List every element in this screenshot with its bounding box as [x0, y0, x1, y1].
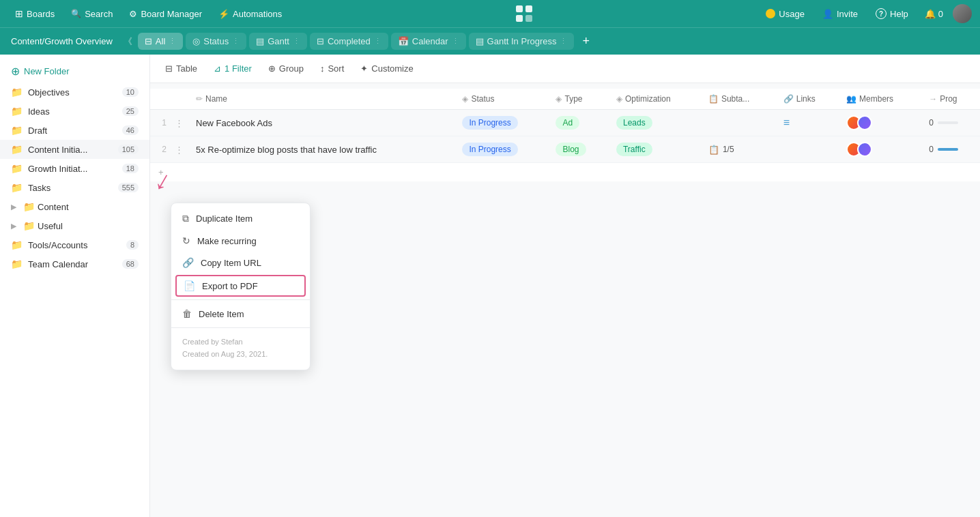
search-nav-item[interactable]: 🔍 Search [64, 5, 119, 23]
tab-gantt-inprogress-sep: ⋮ [560, 37, 567, 46]
tab-calendar-sep: ⋮ [452, 37, 459, 46]
avatar[interactable] [953, 4, 972, 23]
row-subtasks-cell [700, 110, 775, 136]
help-button[interactable]: ? Help [869, 5, 915, 23]
folder-icon: 📁 [11, 125, 23, 136]
ctx-item-export-pdf[interactable]: 📄 Export to PDF [175, 275, 306, 297]
sidebar-item-label: Growth Initiat... [28, 164, 87, 174]
group-label: Group [279, 63, 304, 74]
row-subtasks-cell: 📋 1/5 [700, 136, 775, 163]
search-icon: 🔍 [71, 9, 81, 18]
add-row[interactable]: + [150, 163, 980, 182]
tab-calendar[interactable]: 📅 Calendar ⋮ [391, 33, 466, 50]
automations-nav-item[interactable]: ⚡ Automations [212, 5, 289, 23]
notifications-count: 0 [938, 9, 943, 19]
ctx-item-delete[interactable]: 🗑 Delete Item [171, 303, 310, 325]
sidebar-item-draft[interactable]: 📁 Draft 46 [0, 121, 149, 140]
ideas-badge: 25 [122, 106, 139, 116]
ctx-item-recurring[interactable]: ↻ Make recurring [171, 230, 310, 252]
row-optimization-cell: Traffic [608, 136, 700, 163]
member-avatars [846, 115, 912, 130]
row-optimization-cell: Leads [608, 110, 700, 136]
row-type-cell: Ad [547, 110, 608, 136]
folder-icon-pink: 📁 [11, 144, 23, 155]
expand-icon: ▶ [11, 203, 20, 211]
ctx-divider [171, 299, 310, 300]
status-icon: ◎ [192, 36, 200, 46]
delete-label: Delete Item [199, 309, 244, 319]
table-view-button[interactable]: ⊟ Table [158, 60, 204, 77]
sidebar-item-content[interactable]: ▶ 📁 Content [0, 197, 149, 216]
sidebar-item-label: Objectives [28, 87, 70, 98]
ctx-divider [171, 327, 310, 328]
row-num: 1 [150, 110, 171, 136]
sidebar-item-content-initia[interactable]: 📁 Content Initia... 105 [0, 140, 149, 159]
usage-label: Usage [779, 9, 805, 19]
ctx-item-copy-url[interactable]: 🔗 Copy Item URL [171, 252, 310, 274]
sidebar-item-tasks[interactable]: 📁 Tasks 555 [0, 178, 149, 197]
row-status-cell: In Progress [454, 110, 547, 136]
sort-button[interactable]: ↕ Sort [313, 60, 351, 77]
bolt-icon: ⚡ [218, 9, 229, 19]
new-folder-label: New Folder [24, 66, 69, 76]
export-pdf-label: Export to PDF [202, 281, 258, 291]
col-links: 🔗 Links [775, 89, 838, 110]
notifications-button[interactable]: 🔔 0 [919, 5, 949, 23]
folder-icon: 📁 [23, 220, 35, 231]
help-icon: ? [876, 8, 887, 19]
tab-completed-label: Completed [328, 36, 371, 46]
tools-badge: 8 [126, 240, 139, 250]
row-actions[interactable]: ⋮ [171, 110, 188, 136]
board-manager-nav-item[interactable]: ⚙ Board Manager [122, 5, 209, 23]
tab-completed[interactable]: ⊟ Completed ⋮ [310, 33, 388, 50]
status-badge: In Progress [462, 116, 517, 130]
sidebar-item-objectives[interactable]: 📁 Objectives 10 [0, 83, 149, 102]
add-view-button[interactable]: + [577, 31, 595, 51]
filter-button[interactable]: ⊿ 1 Filter [207, 60, 259, 77]
col-subtasks: 📋 Subta... [700, 89, 775, 110]
sort-label: Sort [328, 63, 344, 74]
copy-url-label: Copy Item URL [201, 258, 261, 268]
sidebar-item-tools-accounts[interactable]: 📁 Tools/Accounts 8 [0, 235, 149, 254]
tab-all[interactable]: ⊟ All ⋮ [138, 33, 183, 50]
sidebar-item-growth-initia[interactable]: 📁 Growth Initiat... 18 [0, 159, 149, 178]
gantt-inprogress-icon: ▤ [476, 36, 484, 46]
sidebar-item-useful[interactable]: ▶ 📁 Useful [0, 216, 149, 235]
group-icon: ⊕ [268, 63, 276, 74]
row-actions[interactable]: ⋮ [171, 136, 188, 163]
search-label: Search [85, 9, 113, 19]
created-on: Created on Aug 23, 2021. [182, 349, 299, 361]
invite-button[interactable]: 👤 Invite [816, 5, 865, 23]
row-links-cell: ≡ [775, 110, 838, 136]
sidebar-item-label: Draft [28, 125, 47, 136]
tab-gantt[interactable]: ▤ Gantt ⋮ [249, 33, 307, 50]
tab-gantt-inprogress-label: Gantt In Progress [487, 36, 557, 46]
data-table: ✏ Name ◈ Status ◈ Type ◈ Optimization [150, 89, 980, 181]
view-tabs-bar: Content/Growth Overview 《 ⊟ All ⋮ ◎ Stat… [0, 27, 980, 55]
table-row: 2 ⋮ 5x Re-optimize blog posts that have … [150, 136, 980, 163]
subtask-count: 1/5 [723, 145, 734, 154]
tab-calendar-label: Calendar [412, 36, 448, 46]
folder-icon: 📁 [11, 106, 23, 117]
tab-status[interactable]: ◎ Status ⋮ [186, 33, 246, 50]
tab-gantt-in-progress[interactable]: ▤ Gantt In Progress ⋮ [469, 33, 575, 50]
sidebar-item-label: Content Initia... [28, 145, 87, 155]
member-avatar [857, 142, 872, 157]
sidebar-item-team-calendar[interactable]: 📁 Team Calendar 68 [0, 254, 149, 274]
ctx-footer: Created by Stefan Created on Aug 23, 202… [171, 331, 310, 366]
member-avatars [846, 142, 912, 157]
sidebar-item-label: Team Calendar [28, 259, 88, 269]
customize-button[interactable]: ✦ Customize [354, 60, 420, 77]
collapse-sidebar-button[interactable]: 《 [121, 33, 135, 50]
ctx-item-duplicate[interactable]: ⧉ Duplicate Item [171, 207, 310, 230]
boards-label: Boards [27, 9, 55, 19]
usage-button[interactable]: Usage [759, 5, 811, 23]
sidebar-item-label: Useful [38, 221, 63, 231]
group-button[interactable]: ⊕ Group [261, 60, 311, 77]
boards-nav-item[interactable]: ⊞ Boards [8, 5, 61, 23]
sidebar-item-label: Tools/Accounts [28, 240, 87, 250]
table-icon: ⊟ [145, 36, 152, 46]
sidebar-item-ideas[interactable]: 📁 Ideas 25 [0, 102, 149, 121]
row-progress-cell: 0 [921, 110, 980, 136]
new-folder-button[interactable]: ⊕ New Folder [0, 60, 149, 83]
